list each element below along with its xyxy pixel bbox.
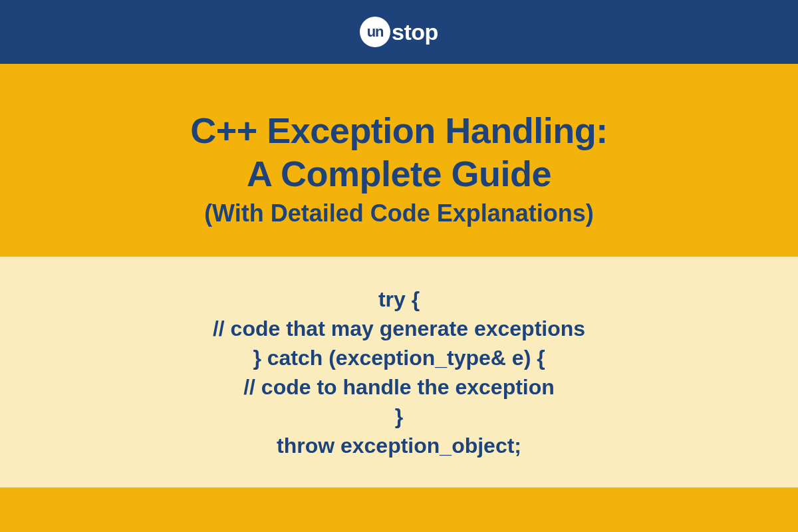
title-band: C++ Exception Handling: A Complete Guide…	[0, 64, 798, 257]
code-band: try { // code that may generate exceptio…	[0, 257, 798, 487]
title-line-2: A Complete Guide	[27, 152, 771, 196]
title-line-1: C++ Exception Handling:	[27, 109, 771, 152]
footer-band	[0, 487, 798, 532]
header-bar: un stop	[0, 0, 798, 64]
logo-circle-icon: un	[360, 17, 390, 47]
subtitle-line: (With Detailed Code Explanations)	[27, 200, 771, 227]
brand-logo: un stop	[360, 17, 438, 47]
code-line-2: // code that may generate exceptions	[27, 314, 771, 343]
logo-text: stop	[392, 19, 438, 45]
code-line-3: } catch (exception_type& e) {	[27, 343, 771, 372]
code-line-5: }	[27, 402, 771, 431]
code-line-1: try {	[27, 285, 771, 314]
logo-circle-text: un	[367, 23, 384, 41]
code-line-6: throw exception_object;	[27, 431, 771, 460]
code-line-4: // code to handle the exception	[27, 372, 771, 402]
